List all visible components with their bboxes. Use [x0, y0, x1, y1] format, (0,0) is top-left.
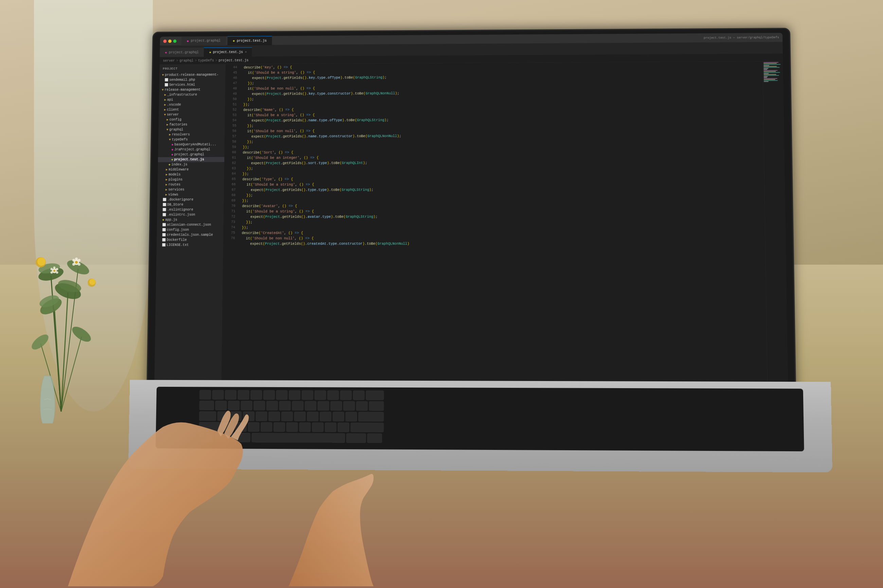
- folder-release-mgmt[interactable]: ▼ release-management: [159, 87, 226, 93]
- minimap-line: [763, 63, 777, 64]
- folder-icon: ▶: [165, 183, 167, 187]
- file-jra-project[interactable]: ◆ JraProject.graphql: [158, 147, 224, 152]
- svg-rect-76: [235, 422, 247, 432]
- file-base-query[interactable]: ◆ baseQueryAndMutati...: [158, 142, 224, 147]
- folder-api[interactable]: ▶ api: [159, 97, 225, 102]
- title-center: project.test.js — server/graphql/typeDef…: [704, 36, 779, 39]
- js-icon: ◆: [209, 51, 211, 54]
- svg-rect-90: [346, 434, 366, 443]
- file-project-test[interactable]: ◆ project.test.js: [158, 157, 224, 162]
- file-label: .dockerignore: [167, 198, 194, 201]
- file-dockerignore[interactable]: ⬜ .dockerignore: [157, 197, 224, 202]
- minimap-line: [763, 62, 778, 63]
- tab-project-graphql[interactable]: ◆ project.graphql: [181, 36, 226, 45]
- svg-rect-70: [320, 412, 331, 421]
- line-num: 64: [224, 171, 236, 177]
- file-sendemail[interactable]: ⬜ sendemail.php: [159, 77, 226, 83]
- folder-services[interactable]: ▶ services: [158, 187, 224, 192]
- folder-typedefs[interactable]: ▼ typeDefs: [158, 137, 224, 142]
- folder-resolvers[interactable]: ▶ resolvers: [158, 132, 224, 137]
- close-tab-icon[interactable]: ×: [245, 51, 247, 54]
- folder-vscode[interactable]: ▶ .vscode: [159, 102, 225, 108]
- file-credentials[interactable]: ⬜ credentials.json.sample: [156, 232, 223, 237]
- file-eslintignore[interactable]: ⬜ .eslintignore: [157, 207, 224, 212]
- line-num: 76: [223, 236, 235, 241]
- minimap-line: [764, 76, 768, 76]
- minimize-button[interactable]: [168, 39, 171, 43]
- file-label: Services.html: [169, 83, 195, 87]
- folder-label: views: [168, 193, 178, 196]
- js-icon: ◆: [162, 218, 164, 222]
- svg-rect-80: [286, 422, 298, 432]
- folder-factories[interactable]: ▶ factories: [159, 122, 225, 127]
- folder-icon: ▼: [164, 113, 166, 116]
- file-index-js[interactable]: ◆ index.js: [158, 162, 224, 167]
- file-config-json[interactable]: ⬜ config.json: [157, 227, 223, 232]
- svg-line-3: [61, 337, 81, 412]
- html-icon: ⬜: [164, 83, 168, 87]
- folder-plugins[interactable]: ▶ plugins: [158, 177, 224, 182]
- json-icon: ⬜: [162, 228, 166, 232]
- generic-icon: ⬜: [162, 243, 166, 247]
- code-content[interactable]: describe('Key', () => { it('Should be a …: [236, 62, 767, 384]
- folder-server[interactable]: ▼ server: [159, 112, 225, 117]
- js-icon: ◆: [171, 158, 173, 162]
- window-controls: [163, 39, 177, 43]
- svg-rect-49: [228, 401, 239, 410]
- svg-rect-39: [276, 390, 287, 400]
- keyboard-svg: [155, 387, 804, 451]
- folder-views[interactable]: ▶ views: [157, 192, 224, 197]
- folder-models[interactable]: ▶ models: [158, 172, 224, 177]
- close-button[interactable]: [163, 39, 167, 43]
- editor-tab-test-label: project.test.js: [213, 50, 243, 54]
- tab-label: project.graphql: [191, 39, 221, 43]
- file-services-html[interactable]: ⬜ Services.html: [159, 82, 226, 87]
- svg-rect-86: [199, 433, 214, 442]
- file-label: Dockerfile: [167, 238, 187, 242]
- minimap-line: [763, 67, 779, 68]
- folder-label: config: [170, 118, 181, 122]
- svg-rect-56: [318, 401, 329, 411]
- svg-rect-63: [230, 412, 241, 421]
- php-icon: ⬜: [165, 78, 168, 82]
- svg-rect-66: [269, 412, 280, 421]
- svg-rect-75: [223, 422, 234, 432]
- minimap-line: [764, 81, 769, 82]
- laptop-screen: ◆ project.graphql ◆ project.test.js proj…: [146, 28, 796, 402]
- folder-label: product-release-management-: [165, 73, 218, 77]
- svg-rect-42: [314, 390, 326, 400]
- editor-tab-project-graphql[interactable]: ◆ project.graphql: [159, 48, 204, 57]
- svg-point-26: [56, 272, 59, 274]
- folder-client[interactable]: ▶ client: [159, 107, 225, 112]
- folder-middleware[interactable]: ▶ middleware: [158, 167, 224, 172]
- tab-project-test-js[interactable]: ◆ project.test.js: [227, 36, 272, 45]
- code-line-74: });: [242, 224, 765, 230]
- editor-tab-project-test[interactable]: ◆ project.test.js ×: [204, 47, 252, 57]
- folder-label: middleware: [168, 168, 188, 171]
- folder-product-release[interactable]: ▼ product-release-management-: [159, 72, 226, 78]
- folder-icon: ▼: [162, 73, 164, 76]
- graphql-file-icon: ◆: [187, 39, 189, 43]
- line-num: 71: [224, 208, 235, 214]
- svg-rect-91: [367, 434, 382, 443]
- svg-point-28: [51, 268, 53, 270]
- file-project-graphql[interactable]: ◆ project.graphql: [158, 152, 224, 157]
- file-dockerfile[interactable]: ⬜ Dockerfile: [156, 237, 223, 243]
- line-num: 60: [225, 150, 236, 155]
- graphql-icon: ◆: [171, 143, 173, 147]
- file-atlassian[interactable]: ⬜ atlassian-connect.json: [157, 222, 223, 227]
- file-label-active: project.test.js: [174, 158, 204, 162]
- file-eslintrc[interactable]: ⬜ .eslintrc.json: [157, 212, 223, 217]
- file-label: baseQueryAndMutati...: [174, 142, 216, 146]
- line-num: 73: [224, 219, 235, 225]
- line-num: 52: [225, 107, 237, 112]
- folder-config[interactable]: ▶ config: [159, 117, 225, 122]
- folder-infrastructure[interactable]: ▶ _infrastructure: [159, 92, 225, 98]
- maximize-button[interactable]: [173, 39, 177, 43]
- file-license[interactable]: ⬜ LICENSE.txt: [156, 243, 223, 248]
- file-db-store[interactable]: ⬜ DB_Store: [157, 202, 224, 207]
- svg-rect-41: [302, 390, 313, 400]
- file-app-js[interactable]: ◆ app.js: [157, 217, 223, 222]
- folder-routes[interactable]: ▶ routes: [158, 182, 224, 187]
- folder-graphql[interactable]: ▼ graphql: [159, 127, 225, 132]
